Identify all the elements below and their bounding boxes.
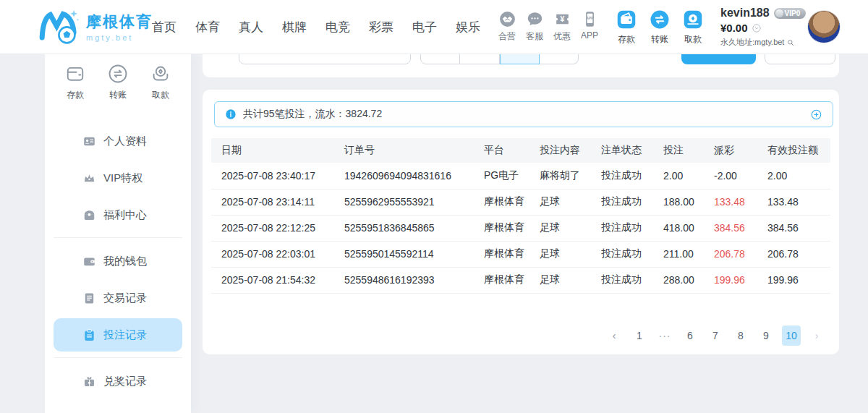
cell-valid: 199.96: [757, 267, 830, 293]
nav-item-5[interactable]: 电竞: [326, 19, 350, 35]
nav-item-1[interactable]: 首页: [152, 19, 176, 35]
sidebar-quick-deposit-outline[interactable]: 存款: [58, 63, 93, 101]
bet-records-card: 共计95笔投注，流水：3824.72 日期订单号平台投注内容注单状态投注派彩有效…: [203, 90, 839, 354]
nav-item-4[interactable]: 棋牌: [282, 19, 307, 35]
bet-records-table: 日期订单号平台投注内容注单状态投注派彩有效投注额2025-07-08 23:40…: [211, 138, 830, 294]
pagination-next[interactable]: ›: [807, 325, 826, 346]
cell-date: 2025-07-08 22:03:01: [211, 241, 334, 267]
sidebar-item-vip[interactable]: VIP特权: [54, 161, 182, 195]
summary-text: 共计95笔投注，流水：3824.72: [243, 108, 382, 121]
cell-date: 2025-07-08 22:12:25: [211, 215, 334, 241]
user-info: kevin188 VIP0 ¥0.00 永久地址:mgty.bet: [720, 7, 806, 48]
sidebar-item-bets[interactable]: 投注记录: [54, 318, 182, 352]
sidebar-divider: [54, 357, 182, 358]
date-segment-3-selected[interactable]: [500, 54, 540, 64]
cell-payout: -2.00: [704, 163, 757, 189]
nav-item-8[interactable]: 娱乐: [456, 19, 480, 35]
vip-badge[interactable]: VIP0: [774, 8, 807, 19]
sidebar-item-redeem[interactable]: 兑奖记录: [54, 365, 182, 398]
expand-plus-icon[interactable]: [810, 108, 822, 121]
quick-links-group: 合营 客服¥ 优惠APP APP: [495, 10, 602, 43]
cell-status: 投注成功: [591, 189, 653, 215]
sidebar-item-welfare[interactable]: 福利中心: [54, 198, 182, 231]
column-header: 日期: [211, 138, 334, 163]
nav-item-7[interactable]: 电子: [412, 19, 437, 35]
brand-domain: mgty.bet: [86, 33, 153, 42]
query-button[interactable]: [681, 54, 756, 64]
nav-item-2[interactable]: 体育: [195, 19, 220, 35]
column-header: 平台: [474, 138, 529, 163]
magnifier-icon[interactable]: [786, 38, 795, 47]
sidebar-item-profile[interactable]: 个人资料: [54, 124, 182, 158]
column-header: 投注: [653, 138, 704, 163]
table-row: 2025-07-08 23:14:115255962955553921摩根体育足…: [211, 189, 830, 215]
table-row: 2025-07-08 22:12:255255951836845865摩根体育足…: [211, 215, 830, 241]
table-row: 2025-07-08 23:40:171942609694094831616PG…: [211, 163, 830, 189]
sidebar-quick-transfer-outline[interactable]: 转账: [101, 63, 135, 101]
date-segment-2[interactable]: [460, 54, 499, 64]
filter-input[interactable]: [239, 54, 411, 64]
pagination-page-9[interactable]: 9: [757, 325, 775, 346]
nav-item-6[interactable]: 彩票: [369, 19, 393, 35]
column-header: 有效投注额: [757, 138, 830, 163]
wallet-action-deposit-blue[interactable]: 存款: [615, 9, 638, 46]
permanent-address: 永久地址:mgty.bet: [720, 37, 784, 48]
cell-date: 2025-07-08 23:14:11: [211, 189, 334, 215]
primary-nav: 首页体育真人棋牌电竞彩票电子娱乐: [152, 0, 480, 54]
pagination-page-10[interactable]: 10: [782, 325, 801, 346]
pagination-page-1[interactable]: 1: [630, 325, 649, 346]
cell-bet: 418.00: [653, 215, 704, 241]
cell-content: 足球: [529, 189, 591, 215]
promo-icon: ¥: [553, 10, 571, 28]
reset-button[interactable]: [765, 54, 835, 64]
svg-text:¥: ¥: [560, 15, 564, 23]
cell-payout: 384.56: [704, 215, 757, 241]
cell-platform: 摩根体育: [474, 189, 529, 215]
sidebar-item-transactions[interactable]: 交易记录: [54, 281, 182, 315]
column-header: 订单号: [334, 138, 474, 163]
service-icon: [526, 10, 544, 28]
summary-bar: 共计95笔投注，流水：3824.72: [214, 101, 833, 127]
pagination-page-8[interactable]: 8: [731, 325, 750, 346]
quick-link-app[interactable]: APP APP: [577, 10, 602, 43]
cell-bet: 2.00: [653, 163, 704, 189]
sidebar-item-mywallet[interactable]: 我的钱包: [54, 244, 182, 278]
filter-bar-cropped: [203, 54, 839, 77]
quick-link-promo[interactable]: ¥ 优惠: [550, 10, 574, 43]
table-row: 2025-07-08 21:54:325255948616192393摩根体育足…: [211, 267, 830, 293]
avatar[interactable]: [807, 10, 841, 43]
app-icon: APP: [581, 10, 599, 28]
cell-valid: 384.56: [757, 215, 830, 241]
deposit-outline-icon: [64, 63, 86, 85]
redeem-icon: [82, 375, 96, 388]
chevron-down-icon[interactable]: [752, 23, 762, 33]
pagination-page-7[interactable]: 7: [706, 325, 725, 346]
table-row: 2025-07-08 22:03:015255950145592114摩根体育足…: [211, 241, 830, 267]
pagination-page-6[interactable]: 6: [681, 325, 699, 346]
sidebar-quick-actions: 存款 转账 取款: [58, 63, 178, 101]
svg-text:APP: APP: [586, 17, 594, 20]
pagination-prev[interactable]: ‹: [605, 325, 624, 346]
column-header: 派彩: [704, 138, 757, 163]
wallet-action-transfer-blue[interactable]: 转账: [648, 9, 671, 46]
date-segment-4[interactable]: [540, 54, 579, 64]
cell-content: 足球: [529, 241, 591, 267]
deposit-blue-icon: [616, 9, 637, 30]
profile-icon: [82, 135, 96, 148]
cell-bet: 288.00: [653, 267, 704, 293]
quick-link-service[interactable]: 客服: [522, 10, 547, 43]
sidebar: 存款 转账 取款 个人资料 VIP特权 福利中心 我的钱包 交易记录 投注记录: [45, 54, 191, 413]
date-segment-1[interactable]: [420, 54, 460, 64]
date-range-segments: [420, 54, 579, 64]
pagination-ellipsis: ···: [655, 325, 674, 346]
cell-payout: 206.78: [704, 241, 757, 267]
cell-payout: 199.96: [704, 267, 757, 293]
sidebar-quick-withdraw-outline[interactable]: 取款: [143, 63, 178, 101]
wallet-action-withdraw-blue[interactable]: 取款: [681, 9, 705, 46]
column-header: 注单状态: [591, 138, 653, 163]
cell-date: 2025-07-08 23:40:17: [211, 163, 334, 189]
cell-order_no: 5255948616192393: [334, 267, 474, 293]
nav-item-3[interactable]: 真人: [239, 19, 263, 35]
brand-logo[interactable]: 摩根体育 mgty.bet: [38, 8, 153, 46]
quick-link-handshake[interactable]: 合营: [495, 10, 519, 43]
